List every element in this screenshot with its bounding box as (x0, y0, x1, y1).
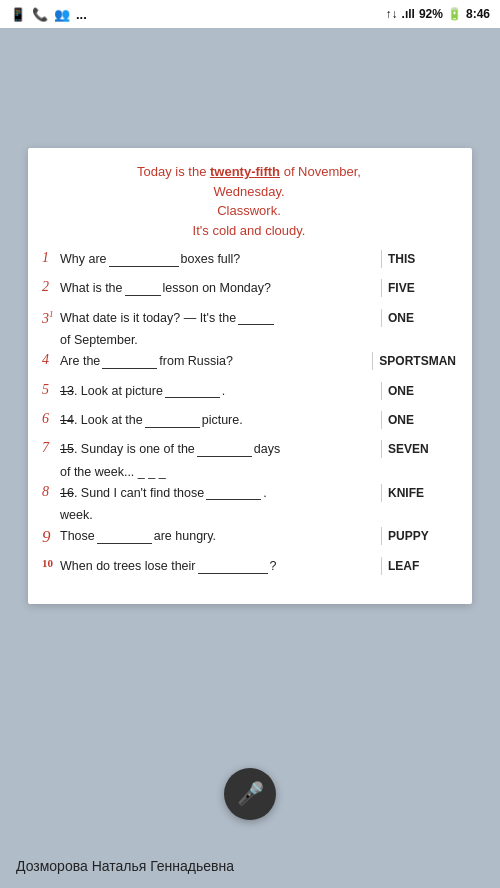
row-content-3: What date is it today? — It's the (60, 309, 375, 328)
battery-percent: 92% (419, 7, 443, 21)
row-num-9: 9 (42, 527, 58, 547)
exercise-paper: Today is the twenty-fifth of November, W… (28, 148, 472, 604)
exercise-row-9: 9 Those are hungry. (42, 527, 375, 547)
exercise-row-4: 4 Are the from Russia? (42, 352, 366, 371)
row-main-4: 4 Are the from Russia? (42, 352, 366, 376)
table-row: 31 What date is it today? — It's the of … (42, 309, 456, 347)
row-cont-8b: week. (42, 508, 375, 522)
col-divider-2 (381, 279, 382, 297)
row-num-1: 1 (42, 250, 58, 266)
signal-icon: ↑↓ (386, 7, 398, 21)
table-row: 8 16. Sund I can't find those . week. KN… (42, 484, 456, 522)
exercise-area: 1 Why are boxes full? THIS 2 What is the… (42, 250, 456, 581)
row-num-5: 5 (42, 382, 58, 398)
bottom-name: Дозморова Наталья Геннадьевна (0, 858, 500, 874)
exercise-row-1: 1 Why are boxes full? (42, 250, 375, 269)
row-num-3: 31 (42, 309, 58, 327)
hint-9: PUPPY (388, 527, 456, 543)
status-left: 📱 📞 👥 ... (10, 7, 87, 22)
blank-2 (125, 282, 161, 296)
table-row: 4 Are the from Russia? SPORTSMAN (42, 352, 456, 376)
mic-button[interactable]: 🎤 (224, 768, 276, 820)
blank-10 (198, 560, 268, 574)
row-cont-7b: of the week... _ _ _ (42, 465, 375, 479)
group-icon: 👥 (54, 7, 70, 22)
status-bar: 📱 📞 👥 ... ↑↓ .ıll 92% 🔋 8:46 (0, 0, 500, 28)
time-display: 8:46 (466, 7, 490, 21)
call-icon: 📞 (32, 7, 48, 22)
row-main-8: 8 16. Sund I can't find those . week. (42, 484, 375, 522)
row-main-3: 31 What date is it today? — It's the of … (42, 309, 375, 347)
exercise-row-5: 5 13. Look at picture . (42, 382, 375, 401)
row-content-9: Those are hungry. (60, 527, 375, 546)
table-row: 2 What is the lesson on Monday? FIVE (42, 279, 456, 303)
blank-5 (165, 384, 220, 398)
row-num-4: 4 (42, 352, 58, 368)
exercise-row-10: 10 When do trees lose their ? (42, 557, 375, 576)
table-row: 5 13. Look at picture . ONE (42, 382, 456, 406)
header-section: Today is the twenty-fifth of November, W… (42, 162, 456, 240)
hint-10: LEAF (388, 557, 456, 573)
col-divider-1 (381, 250, 382, 268)
signal-bars: .ıll (402, 7, 415, 21)
row-num-2: 2 (42, 279, 58, 295)
header-date: twenty-fifth (210, 164, 280, 179)
strikethrough-5: 13 (60, 382, 74, 401)
col-divider-10 (381, 557, 382, 575)
exercise-row-3: 31 What date is it today? — It's the (42, 309, 375, 328)
blank-4 (102, 355, 157, 369)
hint-7: SEVEN (388, 440, 456, 456)
row-content-1: Why are boxes full? (60, 250, 375, 269)
strikethrough-6: 14 (60, 411, 74, 430)
blank-7 (197, 443, 252, 457)
strikethrough-7: 15 (60, 440, 74, 459)
row-num-7: 7 (42, 440, 58, 456)
table-row: 9 Those are hungry. PUPPY (42, 527, 456, 552)
row-main-2: 2 What is the lesson on Monday? (42, 279, 375, 303)
header-post: of November, (280, 164, 361, 179)
row-content-5: 13. Look at picture . (60, 382, 375, 401)
hint-5: ONE (388, 382, 456, 398)
row-main-5: 5 13. Look at picture . (42, 382, 375, 406)
row-main-9: 9 Those are hungry. (42, 527, 375, 552)
col-divider-9 (381, 527, 382, 545)
blank-9 (97, 530, 152, 544)
blank-3 (238, 311, 274, 325)
battery-icon: 🔋 (447, 7, 462, 21)
exercise-row-7: 7 15. Sunday is one of the days (42, 440, 375, 459)
row-main-1: 1 Why are boxes full? (42, 250, 375, 274)
row-main-7: 7 15. Sunday is one of the days of the w… (42, 440, 375, 478)
blank-1 (109, 253, 179, 267)
row-content-2: What is the lesson on Monday? (60, 279, 375, 298)
table-row: 10 When do trees lose their ? LEAF (42, 557, 456, 581)
blank-6 (145, 414, 200, 428)
header-line4: It's cold and cloudy. (42, 221, 456, 241)
row-num-8: 8 (42, 484, 58, 500)
col-divider-3 (381, 309, 382, 327)
col-divider-6 (381, 411, 382, 429)
exercise-row-8: 8 16. Sund I can't find those . (42, 484, 375, 503)
mic-icon: 🎤 (237, 781, 264, 807)
strikethrough-8: 16 (60, 484, 74, 503)
exercise-row-2: 2 What is the lesson on Monday? (42, 279, 375, 298)
col-divider-4 (372, 352, 373, 370)
hint-1: THIS (388, 250, 456, 266)
col-divider-8 (381, 484, 382, 502)
blank-8 (206, 486, 261, 500)
col-divider-5 (381, 382, 382, 400)
header-pre: Today is the (137, 164, 210, 179)
hint-3: ONE (388, 309, 456, 325)
header-line1: Today is the twenty-fifth of November, (42, 162, 456, 182)
row-cont-3b: of September. (42, 333, 375, 347)
row-num-6: 6 (42, 411, 58, 427)
phone-icon: 📱 (10, 7, 26, 22)
exercise-row-6: 6 14. Look at the picture. (42, 411, 375, 430)
col-divider-7 (381, 440, 382, 458)
table-row: 1 Why are boxes full? THIS (42, 250, 456, 274)
ellipsis: ... (76, 7, 87, 22)
row-main-10: 10 When do trees lose their ? (42, 557, 375, 581)
table-row: 7 15. Sunday is one of the days of the w… (42, 440, 456, 478)
row-num-10: 10 (42, 557, 58, 569)
row-main-6: 6 14. Look at the picture. (42, 411, 375, 435)
hint-4: SPORTSMAN (379, 352, 456, 368)
